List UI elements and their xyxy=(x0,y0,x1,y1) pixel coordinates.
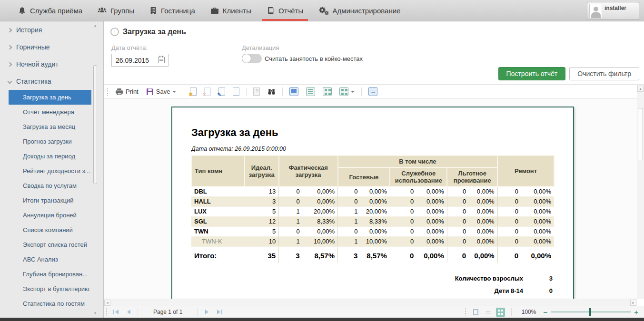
build-report-button[interactable]: Построить отчёт xyxy=(498,67,566,80)
last-page-button[interactable] xyxy=(213,310,227,314)
zoom-slider[interactable] xyxy=(551,308,631,316)
sidebar-subitem[interactable]: Загрузка за день xyxy=(9,90,91,105)
edit-page-button[interactable]: ✎ xyxy=(216,87,228,97)
slider-handle[interactable] xyxy=(589,308,591,316)
multiple-pages-button[interactable] xyxy=(337,86,357,97)
sidebar-subitem[interactable]: Список компаний xyxy=(0,223,103,237)
sidebar-subitem[interactable]: Доходы за период xyxy=(0,149,103,164)
sidebar-item-housekeeping[interactable]: Горничные xyxy=(0,39,103,56)
single-page-view-button[interactable] xyxy=(287,86,301,97)
scroll-up-icon[interactable]: ▴ xyxy=(637,86,644,92)
value-cell: 0,00% xyxy=(469,197,497,207)
report-table-body: DBL1300,00%00,00%00,00%00,00%00,00%HALL3… xyxy=(191,186,554,247)
viewer-status-bar: Page 1 of 1 ═ 100% − + xyxy=(104,306,644,318)
sidebar-subitem[interactable]: Отчёт менеджера xyxy=(0,105,103,119)
col-header-repair: Ремонт xyxy=(497,156,554,186)
nav-item-reception[interactable]: Служба приёма xyxy=(10,0,90,21)
sidebar-subitem[interactable]: Прогноз загрузки xyxy=(0,134,103,149)
col-header-guest: Гостевые xyxy=(338,167,390,186)
value-cell: 0,00% xyxy=(303,197,338,207)
value-cell: 1 xyxy=(279,207,303,217)
sidebar-subitem[interactable]: Рейтинг доходности з... xyxy=(0,164,103,178)
paste-button[interactable]: ? xyxy=(251,87,262,97)
zoom-single-page-button[interactable] xyxy=(471,308,480,317)
viewer-horizontal-scrollbar[interactable]: ◂ ▸ xyxy=(104,299,637,306)
previous-page-button[interactable] xyxy=(123,310,135,314)
save-icon xyxy=(146,88,154,96)
nav-item-administration[interactable]: Администрирование xyxy=(311,0,408,21)
zoom-in-button[interactable]: + xyxy=(634,308,638,316)
calendar-icon[interactable] xyxy=(158,57,165,63)
col-header-actual: Фактическая загрузка xyxy=(279,156,338,186)
scroll-down-icon[interactable]: ▾ xyxy=(93,311,98,316)
user-badge[interactable]: installer xyxy=(587,2,639,20)
save-dropdown-icon[interactable] xyxy=(172,91,176,95)
page-width-button[interactable] xyxy=(366,86,380,97)
sidebar-subitem[interactable]: Экспорт в бухгалтерию xyxy=(0,282,103,296)
delete-page-button[interactable]: × xyxy=(202,87,213,97)
continuous-view-button[interactable] xyxy=(304,86,317,97)
value-cell: 0 xyxy=(279,197,303,207)
value-cell: 0,00% xyxy=(469,247,497,263)
toolbar-drag-handle[interactable] xyxy=(107,88,109,96)
nav-item-groups[interactable]: Группы xyxy=(90,0,142,21)
sidebar-subitem[interactable]: Аннуляция броней xyxy=(0,208,103,223)
collapse-panel-icon[interactable]: ↑ xyxy=(110,28,119,36)
sidebar-scrollbar[interactable]: ▴ ▾ xyxy=(93,23,98,316)
statusbar-drag-handle[interactable] xyxy=(106,308,108,316)
sidebar-item-night-audit[interactable]: Ночной аудит xyxy=(0,56,103,73)
next-page-button[interactable] xyxy=(201,310,213,314)
briefcase-icon xyxy=(210,7,219,14)
first-page-button[interactable] xyxy=(109,310,123,314)
scroll-up-icon[interactable]: ▴ xyxy=(93,23,98,28)
summary-label: Дети 8-14 xyxy=(495,287,523,294)
main-content: ↑ Загрузка за день Дата отчёта: Детализа… xyxy=(104,21,644,318)
scroll-right-icon[interactable]: ▸ xyxy=(630,300,636,306)
multiple-pages-icon xyxy=(339,87,348,96)
detail-label: Детализация xyxy=(242,44,279,51)
scroll-left-icon[interactable]: ◂ xyxy=(104,300,110,306)
scrollbar-thumb[interactable] xyxy=(638,108,643,160)
page-setup-button[interactable] xyxy=(230,87,242,97)
nav-item-reports[interactable]: Отчёты xyxy=(259,0,311,21)
nav-item-hotel[interactable]: Гостиница xyxy=(142,0,203,21)
value-cell: 0,00% xyxy=(303,186,338,197)
zoom-out-button[interactable]: − xyxy=(543,308,547,316)
print-button[interactable]: Print xyxy=(113,87,141,97)
zoom-page-width-button[interactable]: ═ xyxy=(484,308,493,317)
bed-occupancy-toggle[interactable] xyxy=(242,54,262,63)
value-cell: 0 xyxy=(497,197,521,207)
zoom-multiple-pages-button[interactable] xyxy=(496,308,505,317)
find-button[interactable] xyxy=(265,88,278,96)
value-cell: 0 xyxy=(390,227,416,237)
sidebar-item-history[interactable]: История xyxy=(0,21,103,39)
nav-item-clients[interactable]: Клиенты xyxy=(203,0,259,21)
sidebar-subitem[interactable]: Глубина бронирован... xyxy=(0,267,103,282)
save-button[interactable]: Save xyxy=(144,87,179,97)
multiple-pages-dropdown-icon[interactable] xyxy=(351,91,355,95)
sidebar-subitem[interactable]: Загрузка за месяц xyxy=(0,119,103,134)
viewer-vertical-scrollbar[interactable]: ▴ xyxy=(637,85,644,299)
gears-icon xyxy=(318,6,328,15)
page-width-icon: ═ xyxy=(486,309,490,316)
value-cell: 5 xyxy=(245,227,279,237)
zoombar-drag-handle[interactable] xyxy=(465,308,467,316)
multiple-pages-icon xyxy=(498,310,503,315)
sidebar-subitem[interactable]: Сводка по услугам xyxy=(0,178,103,193)
toggle-label: Считать занятость в койко-местах xyxy=(265,55,363,62)
sidebar-item-statistics[interactable]: Статистика xyxy=(0,73,103,90)
scrollbar-thumb[interactable] xyxy=(93,65,97,184)
sidebar-subitem[interactable]: АВС Анализ xyxy=(0,252,103,267)
report-table-row: SGL1218,33%18,33%00,00%00,00%00,00% xyxy=(191,217,554,227)
nav-label: Гостиница xyxy=(161,7,195,15)
sidebar-subitem[interactable]: Статистика по гостям xyxy=(0,296,103,311)
new-page-button[interactable]: ✱ xyxy=(188,87,199,97)
value-cell: 0,00% xyxy=(360,197,390,207)
clear-filter-button[interactable]: Очистить фильтр xyxy=(569,67,639,80)
sidebar-subitem[interactable]: Экспорт списка гостей xyxy=(0,237,103,252)
facing-view-button[interactable] xyxy=(320,86,334,97)
sidebar-subitem[interactable]: Итоги транзакций xyxy=(0,193,103,208)
print-label: Print xyxy=(126,88,139,95)
value-cell: 3 xyxy=(245,197,279,207)
value-cell: 0,00% xyxy=(521,197,554,207)
